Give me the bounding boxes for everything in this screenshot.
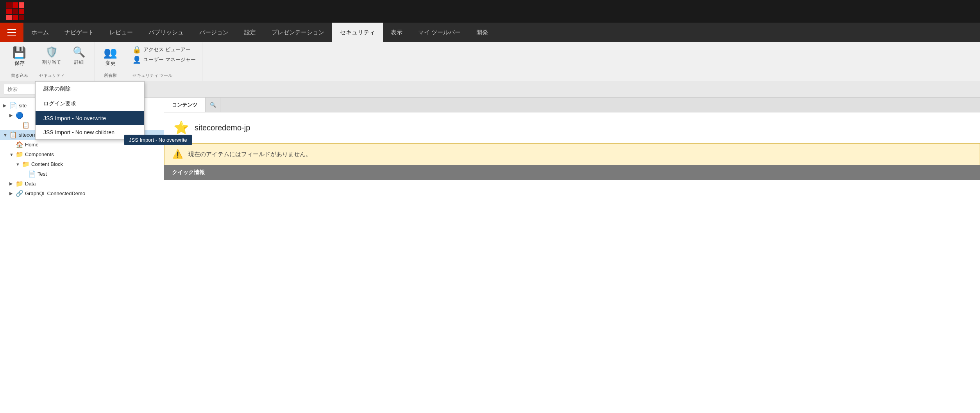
dropdown-item-require-login[interactable]: ログイン要求 — [36, 96, 144, 111]
tree-arrow-sitecoredemo: ▼ — [3, 133, 9, 137]
ribbon-group-security: 🛡️ 割り当て 🔍 詳細 セキュリティ — [35, 42, 95, 81]
nav-item-security[interactable]: セキュリティ — [332, 23, 383, 42]
assign-label: 割り当て — [42, 59, 61, 66]
tree-icon-test: 📄 — [28, 170, 36, 178]
item-header: ⭐ sitecoredemo-jp — [164, 112, 980, 143]
nav-item-publish[interactable]: パブリッシュ — [141, 23, 191, 42]
quick-info-section: クイック情報 — [164, 165, 980, 180]
nav-item-develop[interactable]: 開発 — [469, 23, 496, 42]
tree-arrow-data: ▶ — [9, 181, 16, 186]
top-bar — [0, 0, 980, 23]
tree-label-site: site — [19, 103, 27, 109]
details-button[interactable]: 🔍 詳細 — [67, 45, 91, 67]
user-manager-label: ユーザー マネージャー — [143, 56, 196, 63]
tree-icon-sitecoredemo: 📋 — [9, 131, 17, 139]
content-area: コンテンツ 🔍 ⭐ sitecoredemo-jp ⚠️ 現在のアイテムにはフィ… — [164, 98, 980, 413]
nav-item-navigate[interactable]: ナビゲート — [57, 23, 102, 42]
tree-icon-home: 🏠 — [16, 141, 23, 148]
change-icon: 👥 — [104, 46, 117, 59]
access-viewer-label: アクセス ビューアー — [143, 46, 191, 53]
hamburger-button[interactable] — [0, 23, 23, 42]
tree-icon-graphql: 🔗 — [16, 190, 23, 197]
details-icon: 🔍 — [73, 46, 85, 58]
nav-item-mytoolbar[interactable]: マイ ツールバー — [410, 23, 469, 42]
assign-button[interactable]: 🛡️ 割り当て — [39, 45, 64, 67]
tooltip: JSS Import - No overwrite — [124, 135, 192, 145]
tree-label-content-block: Content Block — [31, 161, 63, 167]
tree-label-test: Test — [38, 171, 47, 177]
tree-arrow-content-block: ▼ — [16, 162, 22, 167]
save-icon: 💾 — [13, 46, 26, 59]
search-tab-icon: 🔍 — [210, 102, 216, 108]
item-title: sitecoredemo-jp — [195, 123, 250, 132]
tab-content[interactable]: コンテンツ — [164, 98, 206, 112]
access-viewer-icon: 🔒 — [132, 45, 141, 54]
ribbon-group-ownership: 👥 変更 所有権 — [95, 42, 126, 81]
warning-icon: ⚠️ — [172, 149, 183, 159]
tree-icon-components: 📁 — [16, 151, 23, 158]
change-label: 変更 — [106, 60, 116, 67]
nav-item-home[interactable]: ホーム — [23, 23, 57, 42]
nav-item-presentation[interactable]: プレゼンテーション — [264, 23, 332, 42]
dropdown-menu: 継承の削除 ログイン要求 JSS Import - No overwrite J… — [35, 81, 145, 140]
tree-arrow: ▶ — [3, 103, 9, 108]
hamburger-icon — [7, 29, 16, 36]
write-label: 書き込み — [11, 71, 28, 78]
warning-banner: ⚠️ 現在のアイテムにはフィールドがありません。 — [164, 143, 980, 165]
tree-label-data: Data — [25, 181, 36, 187]
tree-label-graphql: GraphQL ConnectedDemo — [25, 190, 85, 196]
save-button[interactable]: 💾 保存 — [9, 45, 30, 68]
logo — [6, 2, 24, 20]
quick-info-label: クイック情報 — [172, 169, 205, 175]
tree-arrow-components: ▼ — [9, 152, 16, 157]
assign-icon: 🛡️ — [45, 46, 58, 58]
tree-item-content-block[interactable]: ▼ 📁 Content Block — [0, 159, 164, 169]
tree-icon-content-block: 📁 — [22, 160, 30, 168]
nav-item-version[interactable]: バージョン — [191, 23, 236, 42]
tree-icon-selected: 📋 — [22, 121, 30, 129]
user-manager-button[interactable]: 👤 ユーザー マネージャー — [132, 55, 196, 65]
content-tabs: コンテンツ 🔍 — [164, 98, 980, 112]
nav-item-settings[interactable]: 設定 — [236, 23, 264, 42]
tree-label-home: Home — [25, 142, 39, 148]
tab-search-button[interactable]: 🔍 — [206, 98, 220, 112]
nav-item-review[interactable]: レビュー — [102, 23, 141, 42]
dropdown-item-jss-no-overwrite[interactable]: JSS Import - No overwrite — [36, 111, 144, 125]
nav-item-display[interactable]: 表示 — [383, 23, 410, 42]
save-label: 保存 — [14, 60, 25, 67]
tree-label-components: Components — [25, 151, 54, 157]
tree-arrow-graphql: ▶ — [9, 191, 16, 196]
security-group-label: セキュリティ — [39, 71, 65, 78]
tree-item-components[interactable]: ▼ 📁 Components — [0, 150, 164, 159]
tree-arrow: ▶ — [9, 113, 16, 118]
tree-item-graphql[interactable]: ▶ 🔗 GraphQL ConnectedDemo — [0, 189, 164, 198]
user-manager-icon: 👤 — [132, 55, 141, 64]
access-viewer-button[interactable]: 🔒 アクセス ビューアー — [132, 45, 196, 55]
details-label: 詳細 — [74, 59, 84, 66]
dropdown-item-remove-inheritance[interactable]: 継承の削除 — [36, 82, 144, 96]
search-bar — [0, 81, 980, 98]
tree-item-test[interactable]: 📄 Test — [0, 169, 164, 179]
ribbon: 💾 保存 書き込み 🛡️ 割り当て 🔍 詳細 セキュリティ 👥 変更 所有権 � — [0, 42, 980, 81]
change-button[interactable]: 👥 変更 — [100, 45, 121, 68]
content-main: ⭐ sitecoredemo-jp ⚠️ 現在のアイテムにはフィールドがありませ… — [164, 112, 980, 413]
tools-group-label: セキュリティ ツール — [132, 71, 196, 78]
nav-bar: ホーム ナビゲート レビュー パブリッシュ バージョン 設定 プレゼンテーション… — [0, 23, 980, 42]
ownership-group-label: 所有権 — [104, 71, 117, 78]
ribbon-group-save: 💾 保存 書き込み — [4, 42, 35, 81]
item-header-icon: ⭐ — [173, 120, 189, 135]
warning-text: 現在のアイテムにはフィールドがありません。 — [188, 151, 311, 158]
tree-icon-blue: 🔵 — [16, 112, 23, 119]
tree-icon-site: 📄 — [9, 102, 17, 109]
tree-item-data[interactable]: ▶ 📁 Data — [0, 179, 164, 189]
tree-icon-data: 📁 — [16, 180, 23, 187]
ribbon-group-tools: 🔒 アクセス ビューアー 👤 ユーザー マネージャー セキュリティ ツール — [126, 42, 202, 81]
